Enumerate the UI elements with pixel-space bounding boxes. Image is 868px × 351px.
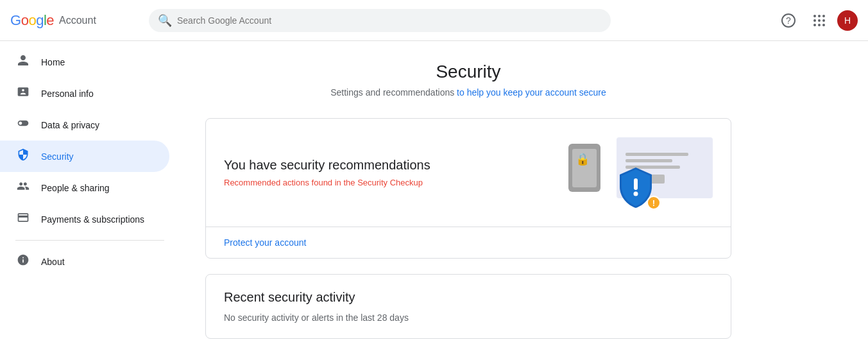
sidebar-item-people-sharing[interactable]: People & sharing: [0, 172, 169, 203]
about-icon: [15, 253, 31, 270]
search-bar-container: 🔍: [149, 9, 611, 32]
header: Google Account 🔍 ? H: [0, 0, 868, 41]
personal-info-icon: [15, 85, 31, 101]
sidebar-item-security-label: Security: [41, 151, 74, 162]
phone-device: [568, 144, 600, 192]
apps-button[interactable]: [806, 8, 832, 33]
google-account-logo[interactable]: Google Account: [10, 12, 139, 29]
card-bottom: Protect your account: [206, 227, 731, 258]
security-card-description: Recommended actions found in the Securit…: [224, 178, 430, 187]
google-wordmark: Google: [10, 12, 54, 29]
sidebar-item-about-label: About: [41, 257, 65, 267]
protect-account-link[interactable]: Protect your account: [224, 237, 306, 248]
card-text-area: You have security recommendations Recomm…: [224, 158, 430, 187]
shield-warning: !: [613, 164, 658, 211]
search-icon: 🔍: [158, 13, 172, 28]
help-button[interactable]: ?: [776, 8, 801, 33]
sidebar-item-home[interactable]: Home: [0, 46, 169, 78]
page-title: Security: [205, 62, 731, 82]
security-icon: [15, 148, 31, 164]
main-content: Security Settings and recommendations to…: [180, 41, 757, 351]
activity-card-description: No security activity or alerts in the la…: [224, 312, 713, 323]
help-icon: ?: [781, 13, 796, 28]
warning-badge: !: [647, 196, 661, 210]
svg-point-3: [634, 192, 638, 196]
payments-icon: [15, 211, 31, 227]
security-recommendations-card: You have security recommendations Recomm…: [205, 118, 731, 259]
phone-lock-icon: 🔒: [575, 152, 590, 166]
data-privacy-icon: [15, 117, 31, 133]
avatar[interactable]: H: [837, 10, 858, 31]
layout: Home Personal info Data & privacy Securi…: [0, 41, 868, 351]
sidebar-item-home-label: Home: [41, 57, 65, 67]
search-input[interactable]: [149, 9, 611, 32]
svg-text:?: ?: [786, 15, 791, 26]
sidebar-item-personal-info[interactable]: Personal info: [0, 78, 169, 109]
header-actions: ? H: [776, 8, 858, 33]
activity-card-title: Recent security activity: [224, 290, 713, 305]
sidebar-item-payments[interactable]: Payments & subscriptions: [0, 203, 169, 235]
card-top: You have security recommendations Recomm…: [206, 119, 731, 227]
sidebar-item-security[interactable]: Security: [0, 141, 169, 172]
home-icon: [15, 54, 31, 70]
page-subtitle-link[interactable]: to help you keep your account secure: [457, 87, 606, 98]
page-subtitle: Settings and recommendations to help you…: [205, 87, 731, 98]
sidebar-item-about[interactable]: About: [0, 246, 169, 277]
security-card-title: You have security recommendations: [224, 158, 430, 173]
sidebar-item-personal-info-label: Personal info: [41, 89, 94, 99]
recent-activity-card: Recent security activity No security act…: [205, 274, 731, 339]
sidebar: Home Personal info Data & privacy Securi…: [0, 41, 180, 351]
account-wordmark: Account: [59, 15, 96, 26]
page-subtitle-text: Settings and recommendations: [330, 87, 457, 98]
sidebar-item-people-sharing-label: People & sharing: [41, 183, 110, 193]
sidebar-item-data-privacy-label: Data & privacy: [41, 120, 99, 130]
security-illustration: 🔒 !: [559, 134, 713, 211]
people-sharing-icon: [15, 180, 31, 196]
activity-card-content: Recent security activity No security act…: [206, 275, 731, 338]
svg-rect-2: [634, 178, 638, 190]
sidebar-item-payments-label: Payments & subscriptions: [41, 214, 144, 225]
sidebar-divider: [15, 240, 164, 241]
sidebar-item-data-privacy[interactable]: Data & privacy: [0, 109, 169, 141]
grid-icon: [813, 15, 825, 26]
